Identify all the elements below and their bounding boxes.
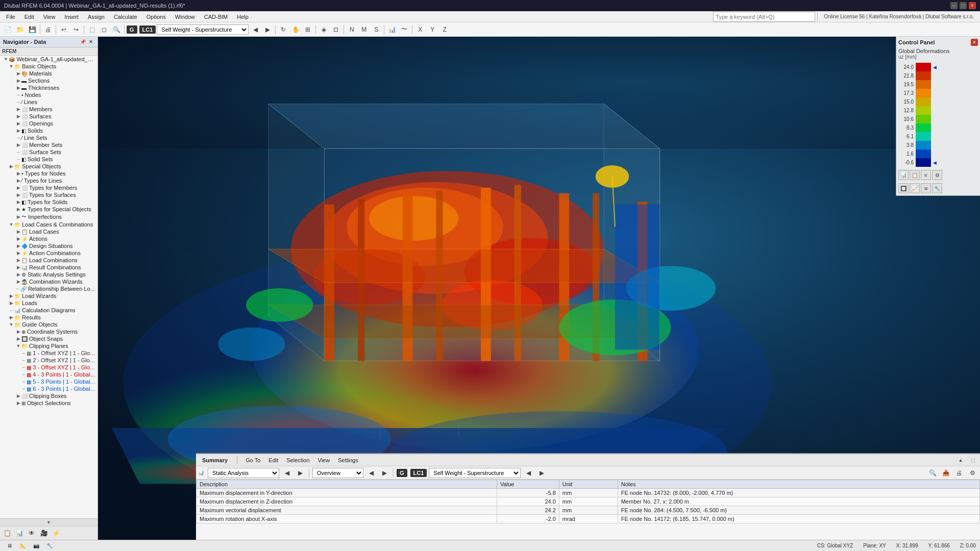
nav-guide-objects[interactable]: ▼ 📁 Guide Objects (0, 321, 97, 328)
nav-load-wizards[interactable]: ▶ 📁 Load Wizards (0, 292, 97, 299)
nav-clip-plane-1[interactable]: –▦1 - Offset XYZ | 1 - Global X (0, 349, 97, 357)
bottom-goto[interactable]: Go To (243, 456, 262, 464)
nav-load-combinations[interactable]: ▶📋Load Combinations (0, 257, 97, 264)
minimize-button[interactable]: ─ (950, 2, 958, 9)
surface-num-button[interactable]: S (371, 24, 382, 35)
nav-sections[interactable]: ▶▬Sections (0, 77, 97, 84)
nav-close-button[interactable]: ✕ (87, 38, 94, 45)
nav-clip-plane-2[interactable]: –▦2 - Offset XYZ | 1 - Global X (0, 357, 97, 364)
nav-types-solids[interactable]: ▶◧Types for Solids (0, 198, 97, 206)
cp-tool-6[interactable]: 📈 (910, 183, 920, 193)
export-button[interactable]: 📤 (940, 467, 951, 479)
redo-button[interactable]: ↪ (70, 24, 82, 35)
nav-imperfections[interactable]: ▶〜Imperfections (0, 213, 97, 221)
nav-calc-diagrams[interactable]: – 📊 Calculation Diagrams (0, 307, 97, 314)
cp-tool-3[interactable]: ≡ (921, 170, 931, 180)
undo-button[interactable]: ↩ (58, 24, 69, 35)
nav-record-icon[interactable]: 🎥 (39, 528, 49, 538)
member-num-button[interactable]: M (358, 24, 370, 35)
cp-tool-4[interactable]: ⚙ (932, 170, 942, 180)
x-axis-button[interactable]: X (414, 24, 426, 35)
nav-result-combinations[interactable]: ▶📊Result Combinations (0, 264, 97, 271)
menu-calculate[interactable]: Calculate (110, 13, 141, 21)
nav-materials[interactable]: ▶🎨Materials (0, 70, 97, 77)
nav-surface-sets[interactable]: –⬜Surface Sets (0, 148, 97, 156)
status-icon-4[interactable]: 🔧 (44, 540, 55, 552)
overview-next[interactable]: ▶ (379, 467, 390, 479)
nav-static-analysis[interactable]: ▶⚙Static Analysis Settings (0, 271, 97, 278)
pan-button[interactable]: ✋ (290, 24, 301, 35)
bottom-settings[interactable]: Settings (336, 456, 360, 464)
keyword-search[interactable] (713, 12, 815, 22)
nav-solid-sets[interactable]: –◧Solid Sets (0, 156, 97, 163)
cp-tool-7[interactable]: ≋ (921, 183, 931, 193)
menu-insert[interactable]: Insert (60, 13, 83, 21)
nav-actions[interactable]: ▶⚡Actions (0, 235, 97, 242)
nav-filter-icon[interactable]: ⚡ (51, 528, 61, 538)
btm-lc-selector[interactable]: Self Weight - Superstructure (429, 468, 521, 478)
cp-tool-2[interactable]: 📋 (910, 170, 920, 180)
zoom-all-button[interactable]: ⊞ (302, 24, 313, 35)
nav-clipping-boxes[interactable]: ▶⬜Clipping Boxes (0, 392, 97, 399)
overview-prev[interactable]: ◀ (365, 467, 377, 479)
maximize-button[interactable]: □ (960, 2, 967, 9)
node-num-button[interactable]: N (346, 24, 357, 35)
nav-lines[interactable]: –∕Lines (0, 98, 97, 106)
close-button[interactable]: ✕ (969, 2, 976, 9)
nav-clip-plane-6[interactable]: –▦6 - 3 Points | 1 - Global XYZ (0, 385, 97, 392)
filter-button[interactable]: 🔍 (927, 467, 938, 479)
menu-edit[interactable]: Edit (20, 13, 38, 21)
nav-nodes[interactable]: –•Nodes (0, 91, 97, 98)
nav-types-nodes[interactable]: ▶•Types for Nodes (0, 170, 97, 177)
render-button[interactable]: ◈ (318, 24, 329, 35)
nav-project[interactable]: ▼ 📦 Webinar_GA-1_all-updated_NO-resul (0, 56, 97, 63)
menu-assign[interactable]: Assign (84, 13, 109, 21)
nav-clip-plane-5[interactable]: –▦5 - 3 Points | 1 - Global XYZ (0, 378, 97, 385)
nav-line-sets[interactable]: –∕Line Sets (0, 134, 97, 141)
new-button[interactable]: 📄 (2, 24, 13, 35)
cp-tool-1[interactable]: 📊 (898, 170, 909, 180)
cp-close-button[interactable]: ✕ (971, 39, 978, 46)
zoom-button[interactable]: 🔍 (111, 24, 122, 35)
analysis-prev[interactable]: ◀ (281, 467, 292, 479)
print-results-button[interactable]: 🖨 (953, 467, 965, 479)
nav-clipping-planes[interactable]: ▼📁Clipping Planes (0, 342, 97, 349)
nav-types-surfaces[interactable]: ▶⬜Types for Surfaces (0, 191, 97, 198)
open-button[interactable]: 📁 (14, 24, 26, 35)
nav-special-objects[interactable]: ▶ 📁 Special Objects (0, 163, 97, 170)
nav-design-situations[interactable]: ▶🔷Design Situations (0, 242, 97, 249)
bottom-view[interactable]: View (316, 456, 332, 464)
status-icon-3[interactable]: 📷 (31, 540, 42, 552)
nav-openings[interactable]: ▶⬜Openings (0, 120, 97, 127)
btm-lc-next[interactable]: ▶ (536, 467, 547, 479)
nav-member-sets[interactable]: ▶⬜Member Sets (0, 141, 97, 148)
deform-button[interactable]: 〜 (399, 24, 410, 35)
nav-combination-wizards[interactable]: ▶🧙Combination Wizards (0, 278, 97, 285)
nav-members[interactable]: ▶⬜Members (0, 106, 97, 113)
nav-types-lines[interactable]: ▶∕Types for Lines (0, 177, 97, 184)
navigator-tree[interactable]: ▼ 📦 Webinar_GA-1_all-updated_NO-resul ▼ … (0, 56, 97, 518)
nav-load-cases-comb[interactable]: ▼ 📁 Load Cases & Combinations (0, 221, 97, 228)
menu-file[interactable]: File (2, 13, 19, 21)
panel-expand-button[interactable]: ▲ (957, 456, 965, 464)
nav-basic-objects[interactable]: ▼ 📁 Basic Objects (0, 63, 97, 70)
wire-button[interactable]: ⊡ (330, 24, 341, 35)
analysis-type-selector[interactable]: Static Analysis (208, 468, 279, 478)
lc-selector[interactable]: Self Weight - Superstructure (157, 24, 249, 35)
cp-tool-8[interactable]: 🔧 (932, 183, 942, 193)
nav-types-members[interactable]: ▶⬜Types for Members (0, 184, 97, 191)
nav-solids[interactable]: ▶◧Solids (0, 127, 97, 134)
nav-object-snaps[interactable]: ▶🔲Object Snaps (0, 335, 97, 342)
nav-action-combinations[interactable]: ▶⚡Action Combinations (0, 249, 97, 257)
status-icon-2[interactable]: 📐 (17, 540, 29, 552)
overview-selector[interactable]: Overview (312, 468, 363, 478)
cp-tool-5[interactable]: 🔲 (898, 183, 909, 193)
save-button[interactable]: 💾 (27, 24, 38, 35)
results-button[interactable]: 📊 (386, 24, 398, 35)
nav-clip-plane-4[interactable]: –▦4 - 3 Points | 1 - Global XYZ (0, 371, 97, 378)
settings-button[interactable]: ⚙ (967, 467, 978, 479)
menu-cad-bim[interactable]: CAD-BIM (200, 13, 232, 21)
analysis-next[interactable]: ▶ (295, 467, 306, 479)
nav-object-selections[interactable]: ▶⊞Object Selections (0, 399, 97, 407)
menu-help[interactable]: Help (233, 13, 253, 21)
